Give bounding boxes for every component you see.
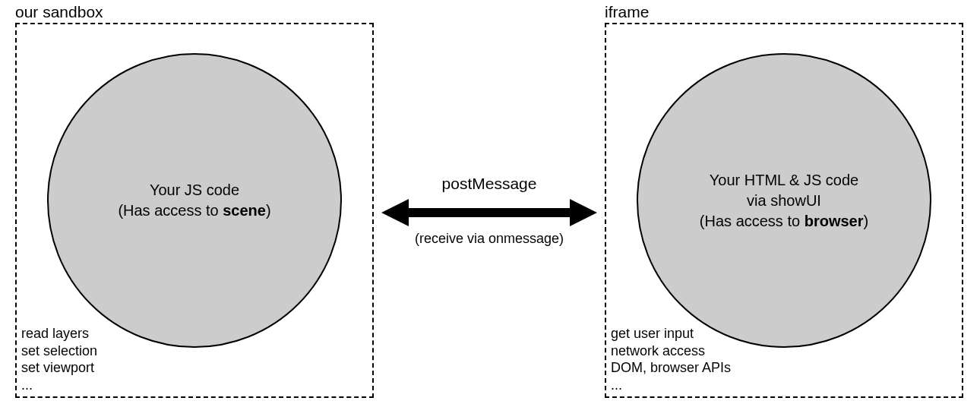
sandbox-cap-1: read layers [21, 325, 97, 342]
iframe-circle-line3-bold: browser [805, 213, 864, 229]
sandbox-capabilities: read layers set selection set viewport .… [21, 325, 97, 393]
iframe-cap-2: network access [611, 342, 731, 360]
iframe-cap-1: get user input [611, 325, 731, 342]
iframe-cap-3: DOM, browser APIs [611, 359, 731, 377]
sandbox-cap-4: ... [21, 377, 97, 394]
double-arrow-icon [381, 199, 597, 226]
iframe-circle-line3-prefix: (Has access to [700, 213, 805, 229]
iframe-cap-4: ... [611, 377, 731, 394]
sandbox-circle-line2: (Has access to scene) [118, 200, 270, 221]
sandbox-circle: Your JS code (Has access to scene) [47, 53, 342, 348]
iframe-box-label: iframe [605, 3, 649, 21]
sandbox-circle-line2-bold: scene [223, 202, 266, 219]
sandbox-box-label: our sandbox [15, 3, 103, 21]
iframe-capabilities: get user input network access DOM, brows… [611, 325, 731, 393]
iframe-circle-line2: via showUI [747, 191, 821, 211]
sandbox-circle-line1: Your JS code [150, 180, 239, 200]
sandbox-circle-line2-suffix: ) [266, 202, 271, 219]
iframe-circle-line3-suffix: ) [863, 213, 868, 229]
sandbox-cap-2: set selection [21, 342, 97, 360]
iframe-circle-line1: Your HTML & JS code [710, 170, 858, 191]
svg-marker-0 [381, 199, 597, 226]
sandbox-circle-line2-prefix: (Has access to [118, 202, 223, 219]
onmessage-label: (receive via onmessage) [374, 231, 605, 247]
iframe-circle: Your HTML & JS code via showUI (Has acce… [637, 53, 931, 348]
postmessage-label: postMessage [374, 175, 605, 193]
iframe-circle-line3: (Has access to browser) [700, 211, 868, 232]
sandbox-cap-3: set viewport [21, 359, 97, 377]
